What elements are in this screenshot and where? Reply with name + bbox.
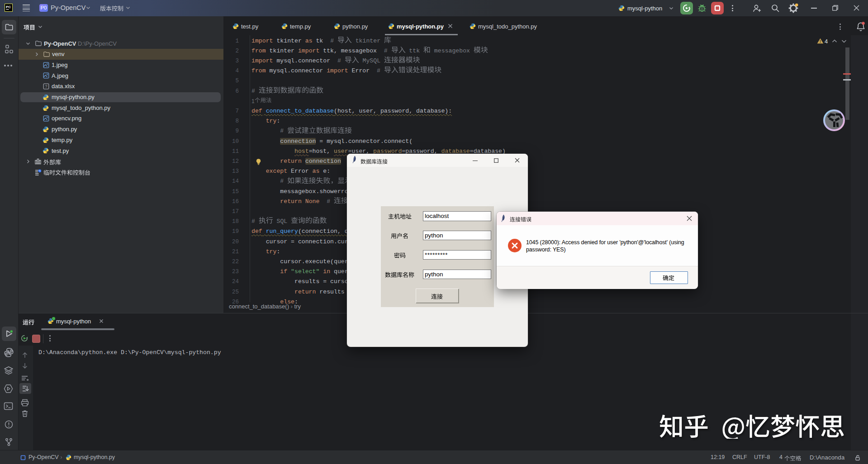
svg-text:PC: PC — [6, 5, 11, 9]
